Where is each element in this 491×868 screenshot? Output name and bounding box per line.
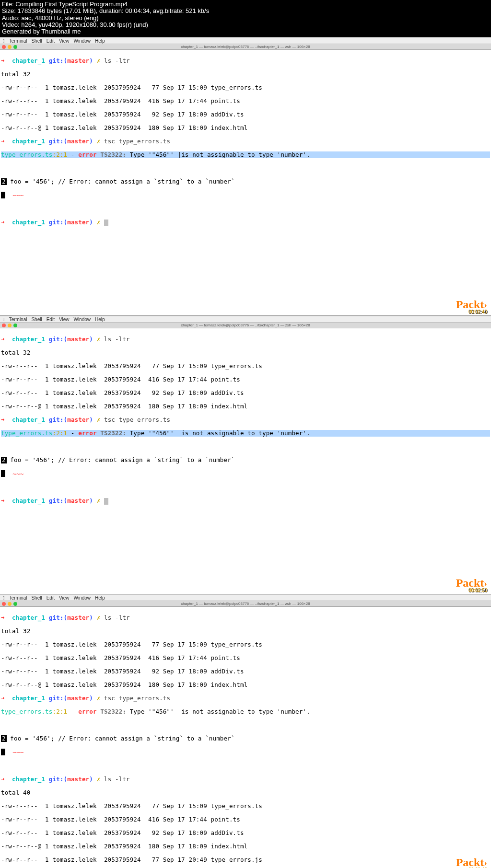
- window-title: chapter_1 — tomasz.lelek@polpc03776 — ..…: [0, 44, 491, 50]
- ls-row: -rw-r--r-- 1 tomasz.lelek 2053795924 77 …: [1, 803, 490, 810]
- watermark: Packt› 00:02:40: [456, 298, 487, 314]
- menu-view[interactable]: View: [59, 38, 70, 44]
- command-tsc: tsc type_errors.ts: [104, 416, 170, 423]
- apple-menu-icon[interactable]: : [3, 595, 5, 601]
- mac-menubar[interactable]:  Terminal Shell Edit View Window Help: [0, 316, 491, 323]
- command-ls: ls -ltr: [104, 336, 130, 343]
- ls-total: total 32: [1, 628, 490, 635]
- menu-edit[interactable]: Edit: [47, 595, 55, 601]
- cursor-icon: [104, 498, 108, 505]
- packt-logo-icon: Packt›: [456, 856, 487, 868]
- terminal-tabbar: chapter_1 — tomasz.lelek@polpc03776 — ..…: [0, 601, 491, 607]
- menu-view[interactable]: View: [59, 316, 70, 322]
- source-line: 2 foo = '456'; // Error: cannot assign a…: [1, 178, 490, 185]
- meta-generated: Generated by Thumbnail me: [2, 28, 489, 35]
- terminal-tabbar: chapter_1 — tomasz.lelek@polpc03776 — ..…: [0, 323, 491, 328]
- ls-row: -rw-r--r--@ 1 tomasz.lelek 2053795924 18…: [1, 125, 490, 131]
- thumbnail-frame-3:  Terminal Shell Edit View Window Help c…: [0, 594, 491, 868]
- menu-help[interactable]: Help: [95, 316, 105, 322]
- menu-help[interactable]: Help: [95, 38, 105, 44]
- menu-window[interactable]: Window: [73, 38, 91, 44]
- command-ls-2: ls -ltr: [104, 775, 130, 783]
- terminal-output[interactable]: ➜ chapter_1 git:(master) ✗ ls -ltr total…: [0, 50, 491, 240]
- menu-terminal[interactable]: Terminal: [9, 316, 27, 322]
- source-line: 2 foo = '456'; // Error: cannot assign a…: [1, 735, 490, 742]
- window-title: chapter_1 — tomasz.lelek@polpc03776 — ..…: [0, 601, 491, 607]
- ls-row: -rw-r--r-- 1 tomasz.lelek 2053795924 77 …: [1, 84, 490, 91]
- meta-file: File: Compiling First TypeScript Program…: [2, 1, 489, 8]
- source-underline: ~~~: [1, 192, 490, 199]
- prompt-idle: ➜ chapter_1 git:(master) ✗: [1, 498, 490, 505]
- terminal-output[interactable]: ➜ chapter_1 git:(master) ✗ ls -ltr total…: [0, 328, 491, 518]
- ls-row: -rw-r--r--@ 1 tomasz.lelek 2053795924 18…: [1, 403, 490, 410]
- ls-row: -rw-r--r-- 1 tomasz.lelek 2053795924 92 …: [1, 668, 490, 675]
- menu-window[interactable]: Window: [73, 595, 91, 601]
- command-tsc: tsc type_errors.ts: [104, 694, 170, 702]
- video-metadata-header: File: Compiling First TypeScript Program…: [0, 0, 491, 37]
- mac-menubar[interactable]:  Terminal Shell Edit View Window Help: [0, 37, 491, 44]
- menu-terminal[interactable]: Terminal: [9, 38, 27, 44]
- menu-shell[interactable]: Shell: [31, 316, 42, 322]
- apple-menu-icon[interactable]: : [3, 316, 5, 322]
- terminal-tabbar: chapter_1 — tomasz.lelek@polpc03776 — ..…: [0, 44, 491, 50]
- ls-row: -rw-r--r-- 1 tomasz.lelek 2053795924 416…: [1, 376, 490, 383]
- compile-error-line: type_errors.ts:2:1 - error TS2322: Type …: [1, 151, 490, 158]
- ls-row: -rw-r--r-- 1 tomasz.lelek 2053795924 92 …: [1, 111, 490, 118]
- watermark: Packt› 00:03:40: [456, 856, 487, 868]
- menu-shell[interactable]: Shell: [31, 38, 42, 44]
- menu-edit[interactable]: Edit: [47, 38, 55, 44]
- compile-error-line: type_errors.ts:2:1 - error TS2322: Type …: [1, 708, 490, 715]
- ls-row: -rw-r--r-- 1 tomasz.lelek 2053795924 416…: [1, 655, 490, 661]
- ls-row: -rw-r--r-- 1 tomasz.lelek 2053795924 416…: [1, 98, 490, 104]
- menu-help[interactable]: Help: [95, 595, 105, 601]
- command-ls: ls -ltr: [104, 57, 130, 64]
- source-underline: ~~~: [1, 470, 490, 477]
- menu-view[interactable]: View: [59, 595, 70, 601]
- ls-total: total 32: [1, 71, 490, 78]
- thumbnail-frame-2:  Terminal Shell Edit View Window Help c…: [0, 315, 491, 594]
- command-tsc: tsc type_errors.ts: [104, 138, 170, 145]
- ls-row: -rw-r--r-- 1 tomasz.lelek 2053795924 92 …: [1, 390, 490, 396]
- ls-total: total 40: [1, 789, 490, 796]
- ls-row: -rw-r--r-- 1 tomasz.lelek 2053795924 77 …: [1, 363, 490, 370]
- ls-row: -rw-r--r--@ 1 tomasz.lelek 2053795924 18…: [1, 843, 490, 850]
- meta-audio: Audio: aac, 48000 Hz, stereo (eng): [2, 15, 489, 22]
- watermark: Packt› 00:02:50: [456, 577, 487, 593]
- window-title: chapter_1 — tomasz.lelek@polpc03776 — ..…: [0, 323, 491, 328]
- command-ls: ls -ltr: [104, 614, 130, 621]
- mac-menubar[interactable]:  Terminal Shell Edit View Window Help: [0, 594, 491, 601]
- prompt-idle: ➜ chapter_1 git:(master) ✗: [1, 219, 490, 226]
- apple-menu-icon[interactable]: : [3, 38, 5, 44]
- cursor-icon: [104, 220, 108, 226]
- ls-row: -rw-r--r-- 1 tomasz.lelek 2053795924 416…: [1, 816, 490, 823]
- terminal-output[interactable]: ➜ chapter_1 git:(master) ✗ ls -ltr total…: [0, 607, 491, 868]
- thumbnail-frame-1:  Terminal Shell Edit View Window Help c…: [0, 37, 491, 315]
- menu-window[interactable]: Window: [73, 316, 91, 322]
- ls-row: -rw-r--r--@ 1 tomasz.lelek 2053795924 18…: [1, 682, 490, 688]
- source-line: 2 foo = '456'; // Error: cannot assign a…: [1, 457, 490, 463]
- menu-shell[interactable]: Shell: [31, 595, 42, 601]
- meta-size: Size: 17833846 bytes (17.01 MiB), durati…: [2, 8, 489, 14]
- ls-total: total 32: [1, 349, 490, 356]
- compile-error-line: type_errors.ts:2:1 - error TS2322: Type …: [1, 430, 490, 437]
- ls-row: -rw-r--r-- 1 tomasz.lelek 2053795924 77 …: [1, 856, 490, 863]
- source-underline: ~~~: [1, 749, 490, 756]
- menu-terminal[interactable]: Terminal: [9, 595, 27, 601]
- ls-row: -rw-r--r-- 1 tomasz.lelek 2053795924 77 …: [1, 641, 490, 648]
- menu-edit[interactable]: Edit: [47, 316, 55, 322]
- ls-row: -rw-r--r-- 1 tomasz.lelek 2053795924 92 …: [1, 830, 490, 836]
- meta-video: Video: h264, yuv420p, 1920x1080, 30.00 f…: [2, 22, 489, 28]
